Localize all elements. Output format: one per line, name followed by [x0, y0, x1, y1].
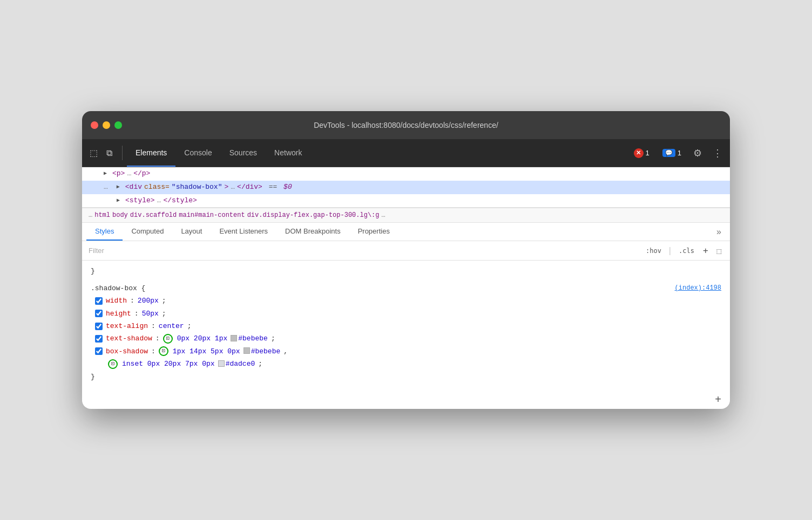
- style-tab-styles[interactable]: Styles: [86, 223, 123, 241]
- expand-arrow-p[interactable]: ▶: [104, 169, 110, 178]
- breadcrumb-html[interactable]: html: [94, 211, 110, 219]
- filter-actions: :hov | .cls + ⬚: [644, 244, 723, 257]
- style-tab-dom-breakpoints[interactable]: DOM Breakpoints: [276, 223, 349, 241]
- dom-row-style: ▶ <style> … </style>: [82, 194, 730, 208]
- css-rule-shadow-box: .shadow-box { (index):4198 width : 200px…: [91, 282, 721, 383]
- css-prop-box-shadow-inset: ⊡ inset 0px 20px 7px 0px #dadce0 ;: [91, 358, 721, 370]
- css-prop-text-shadow: text-shadow : ⊡ 0px 20px 1px #bebebe ;: [91, 332, 721, 345]
- message-count: 1: [678, 149, 681, 157]
- window-title: DevTools - localhost:8080/docs/devtools/…: [314, 121, 498, 129]
- filter-icon-button[interactable]: ⬚: [715, 245, 723, 256]
- tab-network[interactable]: Network: [266, 139, 310, 167]
- color-swatch-box-shadow-2[interactable]: [218, 360, 225, 367]
- tab-sources[interactable]: Sources: [221, 139, 266, 167]
- minimize-button[interactable]: [103, 121, 110, 129]
- style-tab-more-icon[interactable]: »: [712, 225, 726, 239]
- error-badge-button[interactable]: ✕ 1: [630, 146, 654, 160]
- traffic-lights: [91, 121, 122, 129]
- error-count: 1: [646, 149, 649, 157]
- css-prop-text-align: text-align : center ;: [91, 320, 721, 332]
- select-element-icon[interactable]: ⬚: [86, 146, 101, 160]
- css-closing-brace-bottom: }: [91, 371, 721, 383]
- copy-icon-text-shadow[interactable]: ⊡: [163, 334, 173, 344]
- dom-row-p: ▶ <p> … </p>: [82, 167, 730, 181]
- style-tab-computed[interactable]: Computed: [123, 223, 172, 241]
- css-rules-footer: +: [82, 392, 730, 409]
- css-prop-box-shadow: box-shadow : ⊡ 1px 14px 5px 0px #bebebe …: [91, 345, 721, 358]
- css-checkbox-text-shadow[interactable]: [95, 335, 103, 343]
- style-tab-bar: Styles Computed Layout Event Listeners D…: [82, 223, 730, 241]
- toolbar-right: ✕ 1 💬 1 ⚙ ⋮: [630, 145, 726, 161]
- expand-arrow-div[interactable]: ▶: [117, 183, 123, 191]
- css-prop-height: height : 50px ;: [91, 307, 721, 320]
- css-selector: .shadow-box {: [91, 282, 145, 295]
- breadcrumb-div-scaffold[interactable]: div.scaffold: [130, 211, 177, 219]
- message-icon: 💬: [662, 149, 675, 157]
- toolbar-icon-group: ⬚ ⧉: [86, 146, 123, 160]
- breadcrumb-body[interactable]: body: [112, 211, 128, 219]
- copy-icon-box-shadow[interactable]: ⊡: [159, 346, 168, 356]
- style-tab-event-listeners[interactable]: Event Listeners: [211, 223, 276, 241]
- more-options-icon[interactable]: ⋮: [709, 145, 726, 161]
- main-tab-nav: Elements Console Sources Network: [127, 139, 630, 167]
- add-rule-button[interactable]: +: [715, 394, 721, 405]
- close-button[interactable]: [91, 121, 98, 129]
- maximize-button[interactable]: [114, 121, 122, 129]
- devtools-toolbar: ⬚ ⧉ Elements Console Sources Network ✕ 1: [82, 139, 730, 167]
- add-style-button[interactable]: +: [701, 244, 710, 257]
- hov-button[interactable]: :hov: [644, 246, 664, 256]
- css-checkbox-height[interactable]: [95, 310, 103, 317]
- css-checkbox-width[interactable]: [95, 297, 103, 305]
- css-prop-width: width : 200px ;: [91, 295, 721, 307]
- tab-elements[interactable]: Elements: [127, 139, 175, 167]
- breadcrumb-main[interactable]: main#main-content: [179, 211, 245, 219]
- css-closing-brace-top: }: [91, 265, 721, 277]
- filter-bar: :hov | .cls + ⬚: [82, 241, 730, 261]
- tab-console[interactable]: Console: [175, 139, 220, 167]
- css-checkbox-box-shadow[interactable]: [95, 347, 103, 355]
- settings-icon[interactable]: ⚙: [690, 145, 705, 161]
- titlebar: DevTools - localhost:8080/docs/devtools/…: [82, 111, 730, 139]
- css-checkbox-text-align[interactable]: [95, 323, 103, 330]
- expand-arrow-style[interactable]: ▶: [117, 196, 123, 205]
- devtools-window: DevTools - localhost:8080/docs/devtools/…: [82, 111, 730, 409]
- breadcrumb-bar: … html body div.scaffold main#main-conte…: [82, 208, 730, 223]
- dom-tree: ▶ <p> … </p> … ▶ <div class= "shadow-box…: [82, 167, 730, 207]
- filter-input[interactable]: [89, 247, 644, 255]
- css-rules-panel: } .shadow-box { (index):4198 width : 200…: [82, 261, 730, 392]
- style-tab-layout[interactable]: Layout: [172, 223, 211, 241]
- error-icon: ✕: [634, 148, 644, 158]
- css-source-link[interactable]: (index):4198: [675, 283, 721, 295]
- breadcrumb-div-flex[interactable]: div.display-flex.gap-top-300.lg\:g: [247, 211, 380, 219]
- copy-icon-box-shadow-inset[interactable]: ⊡: [108, 359, 118, 369]
- dom-row-div-selected[interactable]: … ▶ <div class= "shadow-box" > … </div> …: [82, 181, 730, 194]
- device-toggle-icon[interactable]: ⧉: [103, 146, 116, 160]
- color-swatch-text-shadow[interactable]: [231, 335, 237, 341]
- color-swatch-box-shadow-1[interactable]: [243, 347, 250, 354]
- message-badge-button[interactable]: 💬 1: [658, 147, 686, 159]
- cls-button[interactable]: .cls: [676, 246, 696, 256]
- elements-panel: ▶ <p> … </p> … ▶ <div class= "shadow-box…: [82, 167, 730, 208]
- style-tab-properties[interactable]: Properties: [349, 223, 398, 241]
- css-rule-header: .shadow-box { (index):4198: [91, 282, 721, 295]
